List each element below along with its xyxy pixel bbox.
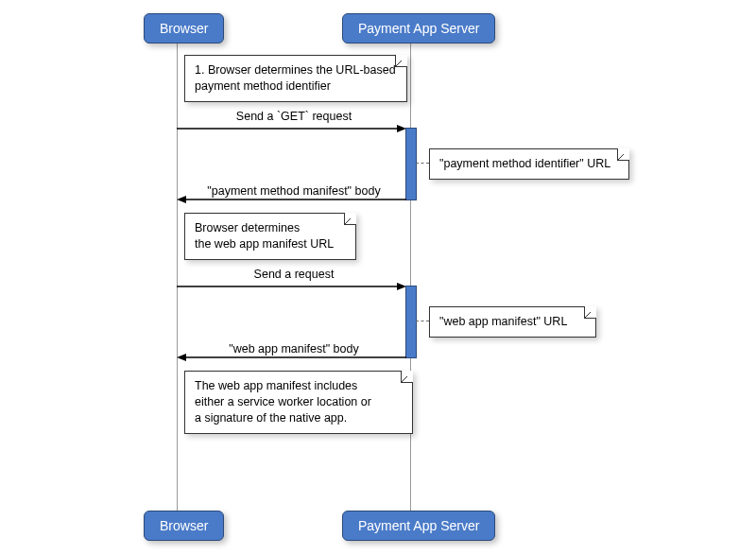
svg-marker-3 <box>177 196 186 203</box>
note-text: "web app manifest" URL <box>439 315 567 328</box>
participant-label: Browser <box>160 518 208 533</box>
sequence-diagram: Browser Payment App Server 1. Browser de… <box>0 0 756 555</box>
lifeline-server <box>410 40 411 511</box>
arrow-return-2 <box>177 354 406 363</box>
message-request-2-label: Send a request <box>178 268 410 281</box>
participant-server-bottom: Payment App Server <box>342 511 495 541</box>
participant-browser-bottom: Browser <box>144 511 224 541</box>
note-connector-1 <box>416 163 429 164</box>
arrow-get-request <box>177 125 406 134</box>
note-text: "payment method identifier" URL <box>439 157 610 170</box>
arrow-return-1 <box>177 196 406 205</box>
participant-browser-top: Browser <box>144 13 224 43</box>
svg-marker-7 <box>177 354 186 361</box>
note-step-5: The web app manifest includes either a s… <box>184 371 413 434</box>
arrow-request-2 <box>177 283 406 292</box>
note-text: Browser determines the web app manifest … <box>195 221 334 251</box>
note-text: The web app manifest includes either a s… <box>195 379 371 425</box>
participant-label: Payment App Server <box>358 21 479 36</box>
note-connector-2 <box>416 321 429 321</box>
participant-label: Browser <box>160 21 208 36</box>
note-web-manifest-url: "web app manifest" URL <box>429 306 596 338</box>
message-get-request-label: Send a `GET` request <box>178 110 410 123</box>
note-step-1: 1. Browser determines the URL-based paym… <box>184 55 407 102</box>
note-text: 1. Browser determines the URL-based paym… <box>195 63 396 93</box>
note-pmi-url: "payment method identifier" URL <box>429 148 629 180</box>
participant-label: Payment App Server <box>358 518 479 533</box>
participant-server-top: Payment App Server <box>342 13 495 43</box>
note-step-3: Browser determines the web app manifest … <box>184 213 356 260</box>
